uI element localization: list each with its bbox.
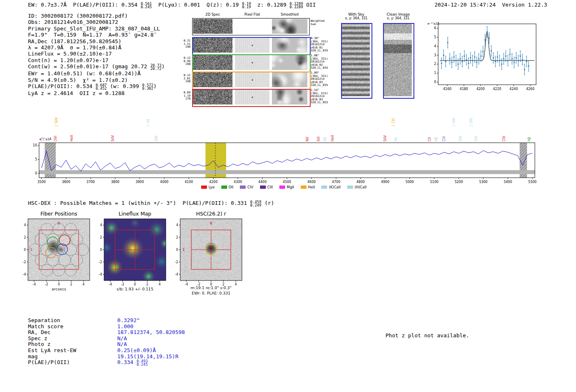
text-segment: P(LAE)/P(OII): 0.534 [28, 83, 95, 89]
legend-swatch [260, 186, 266, 189]
data-point [480, 56, 481, 57]
text-segment: 0.334 [117, 359, 137, 365]
data-point [443, 55, 444, 56]
emission-line-label: NV [306, 137, 309, 141]
x-tick-label: 4500 [283, 180, 291, 184]
emission-line-label: Hβ [527, 137, 531, 141]
compass-north-label: N [210, 221, 212, 225]
x-tick-label: -4 [109, 283, 112, 286]
spec2d-row-left-values: 0.311.51190 [181, 39, 190, 49]
x-tick-label: 4220 [493, 87, 501, 91]
stacked-uncertainty: 0.4590.249 [250, 200, 261, 207]
match-table-label: Match score [28, 324, 117, 330]
clean-image-image [384, 24, 412, 96]
x-tick-label: 2 [70, 283, 72, 286]
stacked-uncertainty: 0.6870.452 [95, 84, 107, 90]
weighted-smoothed-image [272, 19, 307, 34]
spec2d-pixelflat-image [235, 55, 269, 70]
data-point [511, 58, 513, 59]
emission-line-label: } OIII [452, 118, 456, 127]
spec2d-2d-image [193, 72, 232, 87]
x-tick-label: 0 [58, 283, 60, 286]
stacked-uncertainty: 0.4930.245 [137, 360, 148, 366]
info-line: F=1.9" T=0.159 N̄=1.17 A=0.93̄ g=24.8̄ [28, 32, 165, 38]
lineflux-caption: s/b: 1.93 +/- 0.115 [116, 287, 153, 291]
match-table-row: P(LAE)/P(OII)0.334 0.4930.245 [28, 360, 185, 366]
hsc-caption-1: m:19.1 re:1.0" s:0.3" [190, 285, 232, 290]
match-table-row: Separation0.3292" [28, 318, 185, 324]
x-tick-label: -4 [33, 283, 36, 286]
data-point [516, 57, 517, 58]
spec2d-col-header: Smoothed [281, 12, 298, 16]
compass-east-label: E [30, 248, 33, 252]
info-line: Cont(w) = 2.50(±0.01)e-17 (gmag 20.72 20… [28, 63, 165, 70]
noise-band [39, 170, 535, 174]
emission-line-label: HeII [70, 135, 74, 141]
info-line: EWr = 1.40(±0.51) (w: 0.68(±0.24))Å [28, 70, 165, 77]
text-segment: F=1.9" T=0.159 N̄=1.17 A=0.93̄ g=24.8̄ [28, 32, 153, 38]
data-point [528, 65, 529, 67]
match-table-label: mag [28, 354, 117, 360]
spec2d-row-left-values: 0.122.01190 [181, 74, 190, 84]
match-table-value: 19.15(19.14,19.15)R [117, 353, 179, 360]
legend-item: Lyα [201, 185, 215, 189]
legend-item: HeII [301, 185, 315, 189]
data-point [509, 53, 511, 55]
fiber-xlabel: arcsecs [51, 287, 66, 291]
lineflux-map-axes: -4-4-2-2002244N [92, 214, 179, 290]
data-point [497, 56, 498, 58]
spec2d-row-left-values: 0.091.19170 [181, 91, 190, 101]
legend-swatch [240, 186, 246, 189]
data-point [501, 63, 502, 65]
y-tick-label: 2 [176, 236, 178, 239]
info-line: LyA z = 2.4614 OII z = 0.1288 [28, 90, 165, 96]
spec2d-smoothed-image [272, 72, 307, 87]
data-point [486, 31, 488, 32]
highlighted-fiber [47, 237, 58, 248]
legend-item: OII [221, 185, 234, 189]
data-point [455, 60, 457, 61]
x-tick-label: 4900 [381, 180, 389, 184]
stacked-uncertainty: 0.12890.1289 [290, 2, 303, 9]
hsc-caption-2: EWr: 0. PLAE: 0.331 [192, 291, 230, 295]
spec2d-2d-image [193, 90, 232, 104]
data-point [476, 62, 477, 63]
emission-line-label: CIV [502, 136, 506, 141]
data-point [460, 58, 461, 59]
text-segment: 187.812374, 50.820598 [117, 329, 185, 335]
y-tick-label: -4 [23, 273, 26, 276]
match-table-row: RA, Dec187.812374, 50.820598 [28, 329, 185, 336]
match-table-value: N/A [117, 335, 127, 341]
data-point [453, 56, 455, 58]
emission-line-label: SiII [317, 137, 321, 141]
emission-line-label: Hγ [394, 137, 398, 141]
text-segment: EW: 0.7±3.7Å P(LAE)/P(OII): 0.354 [28, 2, 141, 8]
x-tick-label: 4 [235, 283, 237, 286]
emission-line-label: OIII [459, 136, 462, 141]
fiber-circles [29, 223, 89, 276]
x-tick-label: 3500 [37, 180, 46, 184]
y-tick-label: 5 [434, 35, 436, 39]
x-tick-label: 5100 [430, 180, 438, 184]
y-tick-label: 0 [434, 80, 436, 84]
x-tick-label: 5500 [528, 180, 537, 184]
data-point [499, 60, 500, 61]
line-fit-plot: 0123456416041804200422042404260e⁻¹⁷x2Å [426, 20, 541, 98]
spec2d-smoothed-image [272, 38, 307, 53]
legend-item: (K)CaII [321, 185, 340, 189]
text-segment: HSC-DEX : Possible Matches = 1 (within +… [28, 200, 250, 206]
with-sky-panel: With Sky x, y: 364, 331 [337, 12, 375, 20]
x-tick-label: 3900 [135, 180, 144, 184]
timestamp-version: 2024-12-20 15:47:24 Version 1.22.3 [434, 2, 547, 8]
legend-swatch [201, 186, 207, 189]
match-table-value: 1.000 [117, 323, 133, 329]
info-line: LineFlux = 5.90(±2.10)e-17 [28, 51, 165, 57]
legend-item: CIII [260, 185, 273, 189]
y-tick-label: -2 [175, 260, 178, 264]
x-tick-label: 4100 [185, 180, 193, 184]
data-point [524, 69, 525, 70]
fiber-positions-axes: -4-4-2-2002244NE [16, 214, 103, 290]
x-tick-label: -4 [185, 283, 188, 286]
spectrum-legend: LyαOIICIVCIIIMgIIHeII(K)CaII(H)CaII [25, 185, 543, 189]
emission-line-label: } CIII [392, 118, 395, 127]
